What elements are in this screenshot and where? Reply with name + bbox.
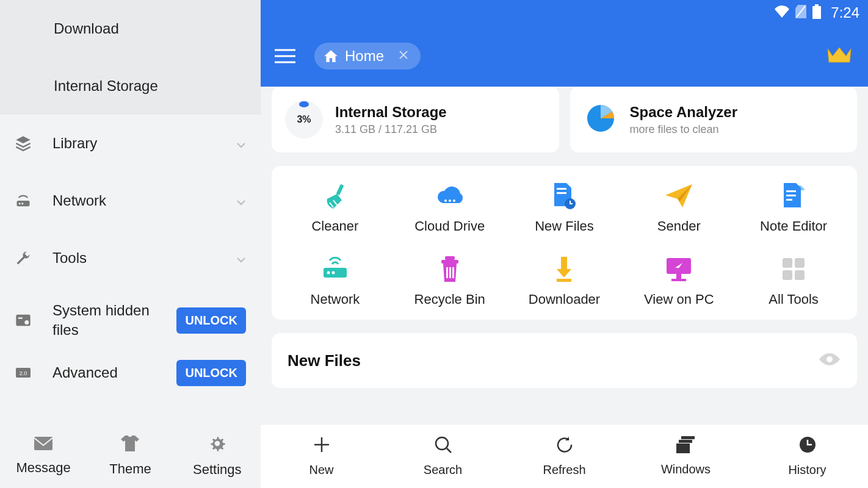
storage-detail: 3.11 GB / 117.21 GB — [335, 123, 447, 136]
tool-label: Cleaner — [311, 218, 358, 234]
search-button[interactable]: Search — [382, 425, 504, 488]
svg-rect-53 — [679, 440, 692, 443]
unlock-button[interactable]: UNLOCK — [176, 307, 246, 334]
svg-rect-46 — [795, 270, 805, 280]
tool-label: New Files — [535, 218, 594, 234]
tool-downloader[interactable]: Downloader — [507, 255, 622, 307]
svg-rect-18 — [336, 184, 344, 196]
label: Theme — [109, 461, 151, 477]
tool-note-editor[interactable]: Note Editor — [736, 182, 851, 234]
svg-rect-38 — [561, 257, 567, 269]
tool-new-files[interactable]: New Files — [507, 182, 622, 234]
svg-rect-39 — [557, 279, 571, 282]
history-button[interactable]: History — [747, 425, 868, 488]
svg-rect-44 — [795, 258, 805, 268]
sidebar-item-internal-storage[interactable]: Internal Storage — [0, 57, 261, 115]
sidebar-item-network[interactable]: Network — [0, 172, 261, 229]
library-icon — [15, 135, 52, 152]
svg-rect-28 — [786, 195, 796, 196]
tool-recycle-bin[interactable]: Recycle Bin — [392, 255, 507, 307]
sidebar-item-download[interactable]: Download — [0, 0, 261, 57]
sidebar-item-hidden-files[interactable]: System hidden files UNLOCK — [0, 287, 261, 354]
main-content: 3% Internal Storage 3.11 GB / 117.21 GB … — [261, 87, 868, 424]
label: History — [788, 463, 826, 477]
new-files-section[interactable]: New Files — [272, 333, 857, 388]
wifi-icon — [775, 5, 789, 20]
tool-label: View on PC — [644, 292, 714, 307]
gear-icon — [209, 435, 226, 456]
tool-all-tools[interactable]: All Tools — [736, 255, 851, 307]
refresh-button[interactable]: Refresh — [504, 425, 625, 488]
sidebar-item-tools[interactable]: Tools — [0, 229, 261, 287]
label: New — [309, 463, 333, 477]
svg-rect-27 — [786, 190, 796, 192]
tool-label: Note Editor — [760, 218, 827, 234]
chevron-down-icon — [236, 192, 246, 209]
clock-icon — [798, 436, 817, 457]
eye-icon[interactable] — [818, 352, 841, 369]
search-icon — [434, 436, 452, 457]
card-subtitle: more files to clean — [630, 123, 738, 136]
storage-percent-gauge: 3% — [285, 101, 323, 138]
tool-label: Downloader — [529, 292, 600, 307]
svg-rect-43 — [783, 258, 792, 268]
envelope-icon — [34, 437, 52, 454]
tab-close-button[interactable] — [399, 50, 408, 63]
svg-rect-42 — [671, 279, 686, 281]
refresh-icon — [555, 436, 574, 457]
sim-icon — [795, 5, 806, 21]
sidebar-bottom-bar: Message Theme Settings — [0, 424, 261, 488]
message-button[interactable]: Message — [0, 424, 87, 488]
svg-point-50 — [436, 437, 448, 450]
tool-network[interactable]: Network — [278, 255, 392, 307]
tools-card: Cleaner Cloud Drive New Files Sender — [272, 166, 857, 320]
svg-point-47 — [826, 356, 833, 362]
tool-label: All Tools — [769, 292, 819, 307]
grid-icon — [781, 255, 806, 283]
label: Refresh — [543, 463, 585, 477]
theme-button[interactable]: Theme — [87, 424, 173, 488]
svg-rect-36 — [449, 267, 451, 278]
menu-button[interactable] — [273, 44, 297, 68]
svg-rect-45 — [783, 270, 792, 280]
sidebar-item-label: Download — [54, 20, 119, 37]
svg-rect-12 — [18, 317, 23, 318]
sidebar-item-advanced[interactable]: 2.0 Advanced UNLOCK — [0, 354, 261, 396]
svg-rect-2 — [812, 6, 821, 19]
tool-sender[interactable]: Sender — [621, 182, 736, 234]
svg-point-9 — [19, 203, 21, 204]
card-title: Internal Storage — [335, 104, 447, 121]
label: Settings — [193, 462, 242, 478]
svg-point-32 — [331, 271, 335, 274]
home-icon — [323, 48, 339, 64]
storage-percent: 3% — [297, 114, 311, 125]
tool-cleaner[interactable]: Cleaner — [278, 182, 392, 234]
plus-icon — [313, 436, 331, 457]
svg-point-13 — [24, 320, 29, 325]
svg-rect-24 — [557, 188, 566, 190]
tshirt-icon — [121, 436, 139, 455]
svg-point-31 — [327, 271, 330, 274]
space-analyzer-card[interactable]: Space Analyzer more files to clean — [570, 87, 858, 152]
hidden-files-icon — [15, 312, 52, 329]
tool-cloud-drive[interactable]: Cloud Drive — [392, 182, 507, 234]
svg-rect-35 — [446, 267, 448, 278]
top-app-bar: Home — [261, 26, 868, 87]
sidebar-item-library[interactable]: Library — [0, 115, 261, 172]
new-button[interactable]: New — [261, 425, 382, 488]
internal-storage-card[interactable]: 3% Internal Storage 3.11 GB / 117.21 GB — [272, 87, 559, 152]
svg-rect-1 — [815, 4, 819, 6]
file-clock-icon — [551, 182, 577, 210]
sidebar-item-label: Network — [52, 192, 106, 209]
note-icon — [780, 182, 807, 210]
sidebar-item-label: Library — [52, 135, 97, 152]
settings-button[interactable]: Settings — [174, 424, 261, 488]
tool-view-on-pc[interactable]: View on PC — [621, 255, 736, 307]
unlock-button[interactable]: UNLOCK — [176, 360, 246, 386]
tab-home[interactable]: Home — [314, 43, 421, 70]
battery-icon — [812, 4, 821, 21]
section-title: New Files — [288, 351, 361, 370]
svg-rect-34 — [441, 260, 458, 264]
premium-crown-icon[interactable] — [826, 45, 852, 67]
windows-button[interactable]: Windows — [625, 425, 747, 488]
